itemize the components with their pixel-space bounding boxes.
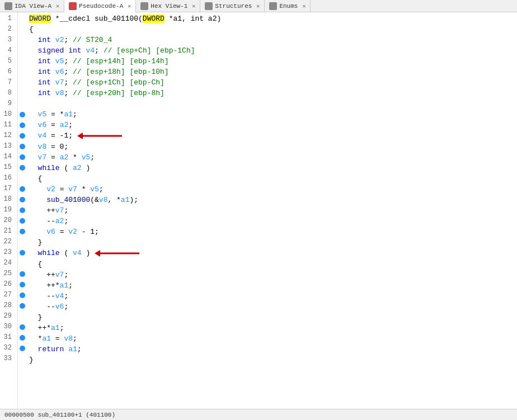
line-number: 10	[0, 109, 14, 120]
red-arrow-icon	[95, 248, 145, 259]
code-area: 1234567891011121314151617181920212223242…	[0, 12, 517, 409]
code-line[interactable]: ++v7;	[29, 270, 517, 280]
code-line[interactable]: DWORD *__cdecl sub_401100(DWORD *a1, int…	[29, 13, 517, 24]
line-number: 16	[0, 173, 14, 183]
breakpoint-dot[interactable]	[20, 197, 25, 202]
code-line[interactable]: return a1;	[29, 344, 517, 355]
breakpoint-dot[interactable]	[20, 303, 25, 309]
tab-ida-close[interactable]: ✕	[56, 3, 59, 10]
line-number: 13	[0, 141, 14, 152]
tab-hex-close[interactable]: ✕	[192, 3, 195, 10]
code-line[interactable]: ++v7;	[29, 205, 517, 216]
line-number: 9	[0, 98, 14, 109]
empty-dot	[20, 80, 25, 86]
line-number: 1	[0, 13, 14, 24]
breakpoint-dot[interactable]	[20, 282, 25, 287]
line-number: 6	[0, 67, 14, 77]
empty-dot	[20, 314, 25, 319]
breakpoint-dot[interactable]	[20, 271, 25, 277]
tab-structures[interactable]: Structures ✕	[200, 0, 265, 12]
line-number: 25	[0, 268, 14, 279]
empty-dot	[20, 48, 25, 54]
code-line[interactable]: {	[29, 24, 517, 35]
tab-structures-label: Structures	[215, 3, 252, 10]
breakpoint-dot[interactable]	[20, 154, 25, 160]
code-line[interactable]: int v7; // [esp+1Ch] [ebp-Ch]	[29, 77, 517, 88]
breakpoint-dot[interactable]	[20, 144, 25, 149]
line-number: 14	[0, 152, 14, 162]
code-line[interactable]: ++*a1;	[29, 323, 517, 333]
empty-dot	[20, 101, 25, 107]
tab-pseudo-close[interactable]: ✕	[128, 3, 131, 10]
code-line[interactable]: }	[29, 355, 517, 365]
tab-ida-view-a[interactable]: IDA View-A ✕	[0, 0, 64, 12]
empty-dot	[20, 91, 25, 96]
tab-pseudo-label: Pseudocode-A	[79, 3, 123, 10]
breakpoint-dot[interactable]	[20, 218, 25, 224]
line-number: 7	[0, 77, 14, 88]
code-line[interactable]: int v5; // [esp+14h] [ebp-14h]	[29, 56, 517, 67]
breakpoint-dot[interactable]	[20, 133, 25, 139]
code-line[interactable]: --v4;	[29, 291, 517, 301]
tab-enums-icon	[269, 2, 277, 10]
line-number: 29	[0, 311, 14, 322]
code-line[interactable]: v6 = v2 - 1;	[29, 226, 517, 237]
code-line[interactable]: }	[29, 312, 517, 323]
empty-dot	[20, 37, 25, 43]
code-line[interactable]: while ( a2 )	[29, 163, 517, 173]
breakpoint-dot[interactable]	[20, 122, 25, 128]
tab-hex-view-1[interactable]: Hex View-1 ✕	[136, 0, 200, 12]
tab-enums-label: Enums	[279, 3, 298, 10]
empty-dot	[20, 356, 25, 362]
code-line[interactable]: int v2; // ST20_4	[29, 35, 517, 45]
breakpoint-dot[interactable]	[20, 112, 25, 117]
breakpoint-dot[interactable]	[20, 229, 25, 234]
line-number: 21	[0, 226, 14, 237]
code-line[interactable]: }	[29, 237, 517, 248]
code-line[interactable]: v2 = v7 * v5;	[29, 184, 517, 195]
tab-pseudocode-a[interactable]: Pseudocode-A ✕	[64, 0, 136, 12]
breakpoint-dot[interactable]	[20, 346, 25, 351]
code-line[interactable]: signed int v4; // [esp+Ch] [ebp-1Ch]	[29, 45, 517, 56]
code-line[interactable]: --v6;	[29, 301, 517, 312]
empty-dot	[20, 239, 25, 245]
line-number: 32	[0, 343, 14, 353]
line-number: 18	[0, 194, 14, 205]
line-number: 19	[0, 205, 14, 215]
breakpoint-dot[interactable]	[20, 207, 25, 213]
code-line[interactable]: {	[29, 173, 517, 184]
code-line[interactable]: int v8; // [esp+20h] [ebp-8h]	[29, 88, 517, 98]
breakpoint-dot[interactable]	[20, 324, 25, 330]
breakpoint-dot[interactable]	[20, 186, 25, 192]
line-number: 8	[0, 88, 14, 98]
code-line[interactable]: v7 = a2 * v5;	[29, 152, 517, 163]
code-line[interactable]: int v6; // [esp+18h] [ebp-10h]	[29, 67, 517, 77]
line-number: 30	[0, 322, 14, 332]
code-lines[interactable]: DWORD *__cdecl sub_401100(DWORD *a1, int…	[27, 12, 517, 409]
tab-enums[interactable]: Enums ✕	[265, 0, 311, 12]
code-line[interactable]: ++*a1;	[29, 280, 517, 291]
code-line[interactable]: {	[29, 259, 517, 270]
tab-struct-close[interactable]: ✕	[256, 3, 260, 10]
code-line[interactable]: v4 = -1;	[29, 130, 517, 141]
code-line[interactable]: v6 = a2;	[29, 120, 517, 130]
tab-bar: IDA View-A ✕ Pseudocode-A ✕ Hex View-1 ✕…	[0, 0, 517, 12]
line-number: 26	[0, 279, 14, 290]
line-number: 12	[0, 130, 14, 141]
code-line[interactable]: while ( v4 )	[29, 248, 517, 259]
code-line[interactable]	[29, 98, 517, 109]
empty-dot	[20, 69, 25, 75]
line-number: 28	[0, 300, 14, 311]
code-line[interactable]: *a1 = v8;	[29, 333, 517, 344]
line-number: 3	[0, 35, 14, 45]
code-line[interactable]: v8 = 0;	[29, 141, 517, 152]
code-line[interactable]: sub_401000(&v8, *a1);	[29, 195, 517, 205]
code-line[interactable]: --a2;	[29, 216, 517, 226]
breakpoint-dot[interactable]	[20, 250, 25, 256]
breakpoint-dot[interactable]	[20, 165, 25, 171]
breakpoint-dot[interactable]	[20, 335, 25, 341]
tab-enums-close[interactable]: ✕	[302, 3, 306, 10]
code-line[interactable]: v5 = *a1;	[29, 109, 517, 120]
breakpoint-dot[interactable]	[20, 292, 25, 298]
line-number: 15	[0, 162, 14, 173]
